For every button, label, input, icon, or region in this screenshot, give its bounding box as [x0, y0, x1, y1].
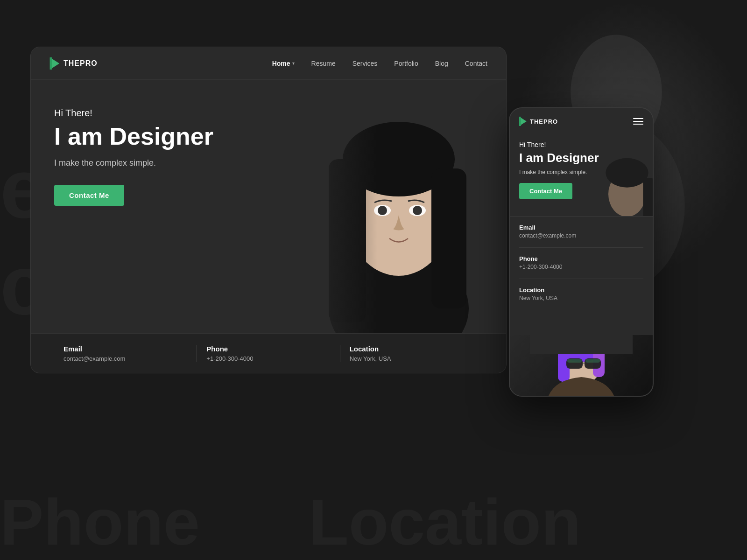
- mobile-hero-content: Hi There! I am Designer I make the compl…: [510, 133, 653, 216]
- mobile-contact-btn[interactable]: Contact Me: [519, 183, 572, 199]
- footer-email-value: contact@example.com: [63, 355, 187, 362]
- mobile-divider-2: [519, 247, 643, 248]
- footer-location: Location New York, USA: [340, 345, 483, 362]
- mobile-hero-area: Hi There! I am Designer I make the compl…: [510, 133, 653, 216]
- mobile-email-value: contact@example.com: [519, 232, 643, 239]
- desktop-navbar: THEPRO Home ▾ Resume Services Portfolio …: [31, 47, 506, 80]
- desktop-logo: THEPRO: [49, 57, 98, 70]
- desktop-contact-btn[interactable]: Contact Me: [54, 185, 124, 206]
- hero-subtitle: I make the complex simple.: [54, 158, 213, 168]
- hamburger-menu[interactable]: [633, 118, 643, 125]
- svg-rect-3: [50, 57, 52, 70]
- svg-rect-28: [585, 359, 600, 363]
- desktop-footer-bar: Email contact@example.com Phone +1-200-3…: [31, 333, 506, 373]
- svg-rect-16: [519, 117, 521, 126]
- mobile-phone-value: +1-200-300-4000: [519, 264, 643, 270]
- mobile-subtitle: I make the complex simple.: [519, 169, 643, 175]
- mobile-contact-info: Email contact@example.com Phone +1-200-3…: [510, 224, 653, 301]
- mobile-greeting: Hi There!: [519, 141, 643, 148]
- hero-content: Hi There! I am Designer I make the compl…: [31, 80, 237, 333]
- mobile-logo-text: THEPRO: [530, 118, 558, 125]
- hamburger-line-3: [633, 124, 643, 125]
- bg-blur-bottom: Phone Location: [0, 484, 581, 560]
- mobile-title: I am Designer: [519, 151, 643, 165]
- mobile-bottom-preview: [510, 335, 653, 396]
- nav-links: Home ▾ Resume Services Portfolio Blog Co…: [272, 59, 487, 68]
- footer-location-value: New York, USA: [350, 355, 473, 362]
- footer-location-label: Location: [350, 345, 473, 353]
- mobile-phone-label: Phone: [519, 255, 643, 262]
- mobile-mockup: THEPRO Hi There! I am Designer I make th…: [509, 107, 654, 397]
- hero-image: [273, 80, 506, 333]
- logo-icon: [49, 57, 60, 70]
- nav-contact[interactable]: Contact: [465, 59, 487, 68]
- mobile-location-item: Location New York, USA: [519, 287, 643, 301]
- footer-phone: Phone +1-200-300-4000: [197, 345, 340, 362]
- desktop-hero-section: Hi There! I am Designer I make the compl…: [31, 80, 506, 333]
- nav-home[interactable]: Home ▾: [272, 59, 295, 68]
- mobile-logo: THEPRO: [519, 117, 558, 126]
- purple-hair-person: [530, 335, 633, 396]
- mobile-email-label: Email: [519, 224, 643, 231]
- hamburger-line-1: [633, 118, 643, 119]
- mobile-phone-item: Phone +1-200-300-4000: [519, 255, 643, 270]
- desktop-mockup: THEPRO Home ▾ Resume Services Portfolio …: [30, 47, 507, 373]
- footer-phone-value: +1-200-300-4000: [206, 355, 330, 362]
- mobile-logo-icon: [519, 117, 527, 126]
- mobile-navbar: THEPRO: [510, 108, 653, 133]
- mobile-location-value: New York, USA: [519, 295, 643, 301]
- mobile-email-item: Email contact@example.com: [519, 224, 643, 239]
- nav-blog[interactable]: Blog: [435, 59, 448, 68]
- svg-rect-14: [291, 80, 506, 333]
- nav-resume[interactable]: Resume: [311, 59, 336, 68]
- nav-services[interactable]: Services: [352, 59, 378, 68]
- nav-portfolio[interactable]: Portfolio: [394, 59, 418, 68]
- mobile-preview-face: [510, 335, 653, 396]
- mobile-divider: [510, 216, 653, 217]
- dropdown-arrow: ▾: [292, 61, 295, 66]
- mobile-location-label: Location: [519, 287, 643, 294]
- svg-rect-29: [530, 335, 633, 354]
- logo-text: THEPRO: [63, 59, 98, 68]
- footer-email: Email contact@example.com: [54, 345, 197, 362]
- mobile-divider-3: [519, 279, 643, 279]
- footer-email-label: Email: [63, 345, 187, 353]
- hero-greeting: Hi There!: [54, 108, 213, 119]
- svg-rect-27: [567, 359, 582, 363]
- hero-title: I am Designer: [54, 123, 213, 150]
- hamburger-line-2: [633, 121, 643, 122]
- hero-face-illustration: [291, 80, 506, 333]
- footer-phone-label: Phone: [206, 345, 330, 353]
